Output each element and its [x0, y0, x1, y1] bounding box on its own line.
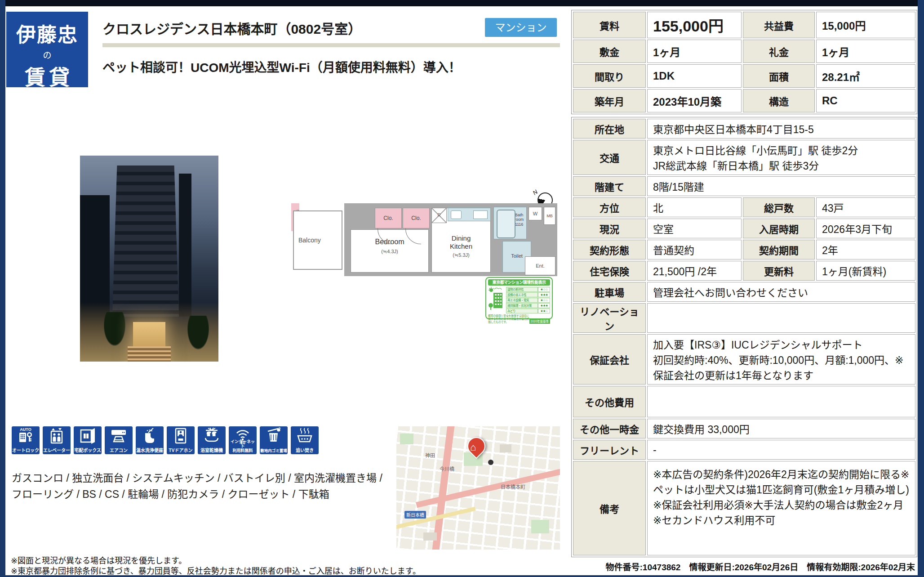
frame-bottom [0, 575, 924, 577]
building-photo [80, 156, 218, 362]
frame-left [0, 0, 5, 577]
feature-label: 追い焚き [291, 448, 319, 453]
detail-table: 所在地東京都中央区日本橋本町4丁目15-5交通東京メトロ日比谷線「小伝馬町」駅 … [571, 117, 917, 557]
map-label: 神田 [425, 452, 435, 459]
map-label: 今川橋 [440, 465, 454, 472]
detail-value [647, 303, 915, 333]
footnote-line: ※図面と現況が異なる場合は現況を優先します。 [11, 556, 421, 566]
detail-row: フリーレント- [573, 440, 915, 460]
certificate-row-stars: ★★★ [538, 292, 550, 297]
detail-row: その他一時金鍵交換費用 33,000円 [573, 419, 915, 438]
certificate-building-icon [488, 286, 505, 312]
map-building-block [500, 444, 511, 452]
detail-value [647, 386, 915, 417]
summary-label: 敷金 [573, 40, 646, 63]
photo-tree [102, 312, 128, 350]
summary-value: 1ヶ月 [647, 40, 742, 63]
certificate-row-stars: ★☆☆ [538, 287, 550, 292]
environment-certificate: 東京都マンション環境性能表示 建物の断熱性★☆☆設備の省エネ性★★★再エネ設備・… [485, 277, 553, 319]
compass-north-label: N [532, 188, 539, 197]
floorplan-entrance: Ent. [525, 256, 555, 275]
frame-top [0, 0, 924, 6]
bedroom-size: (≒4.3J) [351, 249, 428, 255]
floorplan-bathroom: Bath room 1116 [493, 207, 527, 239]
feature-elevator: エレベーター [43, 426, 71, 454]
detail-label: 契約期間 [743, 240, 815, 259]
kitchen-sink [451, 210, 462, 219]
detail-value: - [647, 440, 915, 460]
photo-tower-side [179, 174, 191, 317]
reheating-bath-icon [296, 427, 314, 445]
summary-value: 15,000円 [816, 12, 915, 38]
certificate-ratings: 建物の断熱性★☆☆設備の省エネ性★★★再エネ設備・電気★☆☆維持管理・劣化対策★… [506, 286, 550, 314]
floorplan-washer-space: W [529, 207, 542, 220]
summary-label: 構造 [743, 89, 815, 112]
detail-row: 住宅保険21,500円 /2年更新料1ヶ月(新賃料) [573, 261, 915, 281]
feature-bath-dryer: 浴室乾燥機 [198, 426, 226, 454]
feature-label: オートロック [12, 448, 40, 453]
detail-label: 階建て [573, 176, 646, 196]
feature-garbage-area: 敷地内ゴミ置場 [260, 426, 288, 454]
feature-label: エレベーター [43, 448, 71, 453]
certificate-row: 設備の省エネ性★★★ [506, 292, 550, 297]
logo-underline [21, 95, 73, 97]
garbage-area-icon [265, 427, 283, 445]
detail-row: 現況空室入居時期2026年3月下旬 [573, 219, 915, 238]
detail-label: 現況 [573, 219, 646, 238]
detail-label: 総戸数 [743, 197, 815, 217]
summary-label: 賃料 [573, 12, 646, 38]
detail-value: 管理会社へお問い合わせください [647, 282, 915, 302]
dk-label: Dining Kitchen [432, 234, 490, 250]
feature-aircon: エアコン [105, 426, 133, 454]
property-flyer-page: 伊藤忠 の 賃貸 クロスレジデンス日本橋本町（0802号室） ペット相談可！UC… [0, 0, 924, 577]
certificate-row-stars: ★☆☆ [538, 298, 550, 303]
certificate-row-label: 設備の省エネ性 [506, 292, 538, 297]
frame-right [918, 0, 924, 577]
summary-label: 築年月 [573, 89, 646, 112]
summary-row: 間取り1DK面積28.21㎡ [573, 64, 915, 88]
map-park [400, 434, 413, 444]
autolock-icon: AUTO [17, 427, 35, 445]
map-building-block [423, 532, 437, 541]
detail-row: リノベーション [573, 303, 915, 333]
certificate-row: 維持管理・劣化対策★★★ [506, 303, 550, 308]
bath-dryer-icon [203, 427, 221, 445]
detail-value: 東京都中央区日本橋本町4丁目15-5 [647, 119, 915, 139]
kitchen-stove [473, 210, 488, 219]
feature-reheating-bath: 追い焚き [291, 426, 319, 454]
detail-value: 空室 [647, 219, 742, 238]
detail-value: 2026年3月下旬 [816, 219, 915, 238]
photo-main-tower [112, 165, 179, 317]
detail-value: 加入要【IRS③】IUCレジデンシャルサポート 初回契約時:40%、更新時:10… [647, 334, 915, 385]
amenities-list: ガスコンロ / 独立洗面台 / システムキッチン / バストイレ別 / 室内洗濯… [12, 470, 394, 502]
detail-row: 契約形態普通契約契約期間2年 [573, 240, 915, 259]
detail-label: 住宅保険 [573, 261, 646, 281]
detail-label: 入居時期 [743, 219, 815, 238]
map-label: 新日本橋 [404, 511, 426, 519]
summary-value: 1ヶ月 [816, 40, 915, 63]
property-type-badge: マンション [485, 18, 557, 37]
summary-label: 共益費 [743, 12, 815, 38]
feature-label: 宅配ボックス [74, 448, 102, 453]
feature-delivery-box: 宅配ボックス [74, 426, 102, 454]
floorplan-closet-2: Clo. [403, 208, 430, 228]
detail-label: リノベーション [573, 303, 646, 333]
certificate-row-label: みどり [506, 309, 538, 313]
detail-label: フリーレント [573, 440, 646, 460]
detail-value: 北 [647, 197, 742, 217]
detail-row: その他費用 [573, 386, 915, 417]
detail-label: その他費用 [573, 386, 646, 417]
floorplan-kitchen-counter [448, 208, 491, 221]
detail-label: 方位 [573, 197, 646, 217]
photo-steps [128, 346, 171, 362]
certificate-row-label: 建物の断熱性 [506, 287, 538, 292]
feature-label: エアコン [105, 448, 133, 453]
footnotes: ※図面と現況が異なる場合は現況を優先します。 ※東京都暴力団排除条例に基づき、暴… [11, 556, 421, 577]
house-icon: ⌂ [470, 442, 476, 453]
feature-tv-doorphone: TVドアホン [167, 426, 195, 454]
delivery-box-icon [79, 427, 97, 445]
floor-plan: N Balcony Bedroom (≒4.3J) Clo. Clo. Dini… [291, 203, 557, 276]
summary-label: 間取り [573, 64, 646, 88]
summary-label: 礼金 [743, 40, 815, 63]
detail-label: 備考 [573, 461, 646, 555]
